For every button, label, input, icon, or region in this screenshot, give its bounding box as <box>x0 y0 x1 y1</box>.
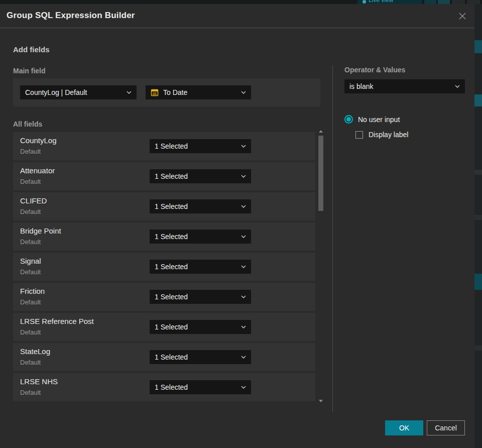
calendar-date-icon <box>151 88 159 96</box>
field-selection-select[interactable]: 1 Selected <box>150 320 251 334</box>
background-fragment <box>474 40 482 53</box>
field-subtitle: Default <box>20 298 41 306</box>
field-name: Attenuator <box>20 166 55 175</box>
dialog-title: Group SQL Expression Builder <box>7 11 135 21</box>
field-subtitle: Default <box>20 178 41 185</box>
scrollbar-thumb[interactable] <box>318 136 323 211</box>
chevron-down-icon <box>241 265 246 268</box>
field-row-lrse-nhs: LRSE NHS Default 1 Selected <box>13 373 315 401</box>
chevron-down-icon <box>241 175 246 178</box>
field-selection-select[interactable]: 1 Selected <box>150 139 251 153</box>
field-selection-select[interactable]: 1 Selected <box>150 350 251 364</box>
dialog-header: Group SQL Expression Builder <box>0 4 474 28</box>
list-scrollbar[interactable] <box>318 129 324 404</box>
close-icon[interactable] <box>457 11 468 22</box>
chevron-down-icon <box>241 325 246 328</box>
field-subtitle: Default <box>20 389 41 396</box>
operator-values-label: Operator & Values <box>344 66 405 74</box>
selection-value: 1 Selected <box>155 353 241 361</box>
ok-button[interactable]: OK <box>385 420 423 435</box>
background-app-top-strip: Live view <box>0 0 482 4</box>
selection-value: 1 Selected <box>155 293 241 301</box>
background-fragment <box>474 274 482 290</box>
main-field-panel: CountyLog | Default To Date <box>13 78 320 106</box>
field-row-clifed: CLIFED Default 1 Selected <box>13 192 315 220</box>
group-sql-expression-builder-dialog: Group SQL Expression Builder Add fields … <box>0 4 474 448</box>
background-live-view-tab: Live view <box>357 0 422 4</box>
field-selection-select[interactable]: 1 Selected <box>150 260 251 274</box>
field-name: LRSE Reference Post <box>20 317 94 325</box>
no-user-input-option[interactable]: No user input <box>344 115 400 124</box>
background-toolbar-fragment <box>438 0 450 4</box>
field-row-countylog: CountyLog Default 1 Selected <box>13 132 315 160</box>
field-type-select[interactable]: To Date <box>146 85 251 99</box>
chevron-down-icon <box>241 356 246 359</box>
selection-value: 1 Selected <box>155 202 241 210</box>
no-user-input-radio[interactable] <box>344 115 353 124</box>
field-subtitle: Default <box>20 208 41 215</box>
field-row-bridge-point: Bridge Point Default 1 Selected <box>13 222 315 251</box>
scrollbar-down-arrow-icon[interactable] <box>319 400 323 402</box>
field-selection-select[interactable]: 1 Selected <box>150 199 251 213</box>
field-row-friction: Friction Default 1 Selected <box>13 283 315 311</box>
field-name: Signal <box>20 257 41 265</box>
selection-value: 1 Selected <box>155 323 241 331</box>
field-row-signal: Signal Default 1 Selected <box>13 253 315 281</box>
scrollbar-up-arrow-icon[interactable] <box>319 130 323 133</box>
chevron-down-icon <box>241 235 246 238</box>
cancel-button[interactable]: Cancel <box>427 420 465 435</box>
background-app-sliver <box>474 4 482 448</box>
background-fragment <box>474 170 482 175</box>
selection-value: 1 Selected <box>155 383 241 391</box>
field-subtitle: Default <box>20 238 41 246</box>
live-view-label: Live view <box>369 0 393 4</box>
field-subtitle: Default <box>20 148 41 155</box>
no-user-input-label: No user input <box>358 116 400 124</box>
background-fragment <box>474 215 482 220</box>
live-view-dot-icon <box>363 0 366 4</box>
field-selection-select[interactable]: 1 Selected <box>150 230 251 244</box>
chevron-down-icon <box>241 145 246 148</box>
main-field-select[interactable]: CountyLog | Default <box>20 85 137 99</box>
field-row-statelog: StateLog Default 1 Selected <box>13 343 315 371</box>
field-name: Friction <box>20 287 45 295</box>
selection-value: 1 Selected <box>155 263 241 271</box>
selection-value: 1 Selected <box>155 233 241 241</box>
background-toolbar-fragment <box>424 0 436 4</box>
selection-value: 1 Selected <box>155 172 241 180</box>
background-fragment <box>474 94 482 106</box>
all-fields-list: CountyLog Default 1 Selected Attenuator … <box>13 132 315 403</box>
main-field-select-value: CountyLog | Default <box>25 88 127 96</box>
selection-value: 1 Selected <box>155 142 241 150</box>
field-name: CountyLog <box>20 136 57 145</box>
field-name: Bridge Point <box>20 227 61 235</box>
add-fields-heading: Add fields <box>13 45 50 54</box>
field-row-lrse-reference-post: LRSE Reference Post Default 1 Selected <box>13 313 315 341</box>
panel-divider <box>332 65 333 412</box>
field-name: StateLog <box>20 347 50 356</box>
field-name: LRSE NHS <box>20 377 58 386</box>
operator-values-panel: Operator & Values is blank No user input… <box>344 66 465 166</box>
display-label-checkbox[interactable] <box>355 131 363 139</box>
chevron-down-icon <box>241 91 246 94</box>
chevron-down-icon <box>241 386 246 389</box>
background-toolbar-fragment <box>452 0 465 4</box>
display-label-option[interactable]: Display label <box>355 131 408 139</box>
chevron-down-icon <box>455 85 460 88</box>
display-label-text: Display label <box>369 131 408 139</box>
field-selection-select[interactable]: 1 Selected <box>150 290 251 304</box>
field-type-select-value: To Date <box>163 88 241 96</box>
field-selection-select[interactable]: 1 Selected <box>150 380 251 394</box>
field-subtitle: Default <box>20 328 41 336</box>
field-selection-select[interactable]: 1 Selected <box>150 169 251 183</box>
field-subtitle: Default <box>20 268 41 276</box>
all-fields-label: All fields <box>13 120 42 128</box>
chevron-down-icon <box>241 205 246 208</box>
operator-select-value: is blank <box>349 82 455 90</box>
chevron-down-icon <box>127 91 132 94</box>
main-field-label: Main field <box>13 67 46 75</box>
field-name: CLIFED <box>20 196 47 205</box>
operator-select[interactable]: is blank <box>344 79 465 93</box>
chevron-down-icon <box>241 295 246 298</box>
field-row-attenuator: Attenuator Default 1 Selected <box>13 162 315 190</box>
